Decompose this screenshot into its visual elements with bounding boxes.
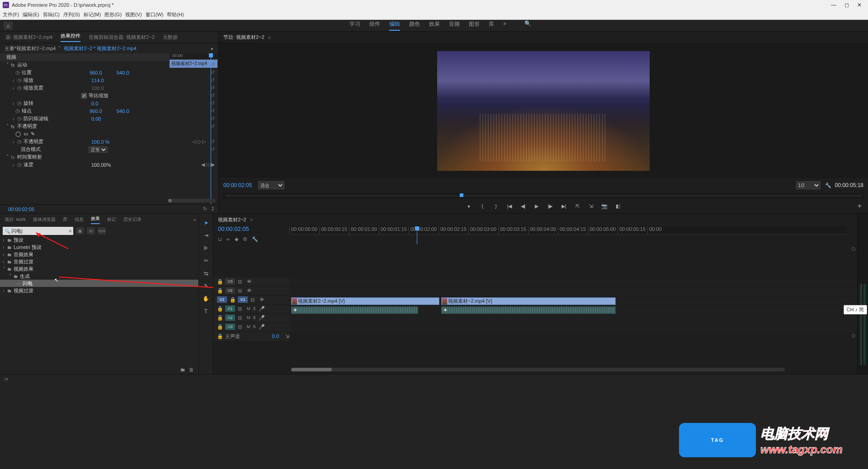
checkbox-uniform[interactable]: ✓ [81,93,87,98]
workspace-learn[interactable]: 学习 [349,20,360,31]
stopwatch-icon[interactable]: ◷ [17,139,23,145]
workspace-assembly[interactable]: 组件 [369,20,380,31]
tab-info[interactable]: 信息 [75,216,84,223]
menu-sequence[interactable]: 序列(S) [63,11,80,18]
fit-select[interactable]: 适合 [258,181,284,189]
filter-32bit-icon[interactable]: 32 [87,227,95,234]
workspace-library[interactable]: 库 [489,20,494,31]
track-a2[interactable]: A2 [225,314,235,321]
reset-icon[interactable]: ↺ [211,100,215,106]
lane-a1[interactable] [289,306,857,315]
timeline-timecode[interactable]: 00:00:02:05 [218,225,249,232]
res-select[interactable]: 1/2 [796,181,821,189]
panel-menu-icon[interactable]: ≡ [250,217,253,222]
tab-project[interactable]: 项目: work [5,216,26,223]
marker-settings-icon[interactable]: ◆ [235,236,238,242]
menu-view[interactable]: 视图(V) [125,11,142,18]
workspace-graphics[interactable]: 图形 [469,20,480,31]
stopwatch-icon[interactable]: ◷ [17,116,23,122]
tree-audio-fx[interactable]: 音频效果 [14,251,33,258]
new-bin-icon[interactable]: 🖿 [180,367,185,372]
track-v3[interactable]: V3 [225,278,235,285]
lift-button[interactable]: ⇱ [573,202,582,210]
sync-lock-icon[interactable]: ⊟ [238,288,244,294]
tab-audio-mixer[interactable]: 音频剪辑混合器: 视频素材2~2 [89,34,155,41]
program-timecode[interactable]: 00:00:02:05 [223,182,252,188]
tool-ripple[interactable]: ⫸ [202,244,211,253]
lock-icon[interactable]: 🔒 [217,315,222,321]
lane-a3[interactable] [289,324,857,333]
value-pos-y[interactable]: 540.0 [117,70,129,75]
tool-track-select[interactable]: ⇥ [202,231,211,240]
snap-icon[interactable]: ⊔ [218,236,222,242]
lock-icon[interactable]: 🔒 [217,324,222,330]
source-timecode[interactable]: 00:00:02:05 [4,205,39,214]
play-button[interactable]: ▶ [532,202,541,210]
go-in-button[interactable]: |◀ [505,202,514,210]
maximize-button[interactable]: ◻ [844,2,849,8]
tree-lightning[interactable]: 闪电 [23,280,33,287]
effect-scrollbar[interactable] [168,199,216,202]
stopwatch-icon[interactable]: ◷ [17,162,23,168]
wrench-icon[interactable]: 🔧 [252,236,258,242]
lock-icon[interactable]: 🔒 [217,333,222,339]
mask-rect-icon[interactable]: ▭ [24,131,28,137]
lock-icon[interactable]: 🔒 [217,306,222,312]
program-playhead[interactable] [460,193,463,197]
prop-time-remap[interactable]: 时间重映射 [17,154,85,160]
prop-motion[interactable]: 运动 [17,61,85,68]
loop-icon[interactable]: ↻ [203,206,207,212]
lock-icon[interactable]: 🔒 [217,279,222,285]
reset-icon[interactable]: ↺ [211,85,215,91]
search-icon[interactable]: 🔍 [524,20,531,31]
stopwatch-icon[interactable]: ◷ [17,100,23,106]
lock-icon[interactable]: 🔒 [217,288,222,294]
menu-help[interactable]: 帮助(H) [167,11,184,18]
add-marker-button[interactable]: ♦ [464,202,473,210]
tool-hand[interactable]: ✋ [202,294,211,303]
tool-razor[interactable]: ✂ [202,256,211,265]
program-scrub[interactable] [225,196,862,196]
track-a1[interactable]: A1 [225,305,235,312]
reset-icon[interactable]: ↺ [211,146,215,152]
filter-accel-icon[interactable]: ▦ [76,227,84,234]
sync-lock-icon[interactable]: ⊟ [238,279,244,285]
sync-lock-icon[interactable]: ⊟ [238,306,244,312]
tree-lumetri[interactable]: Lumetri 预设 [14,244,42,251]
eye-icon[interactable]: 👁 [247,288,253,293]
clear-search-icon[interactable]: ✕ [68,229,72,234]
tab-markers[interactable]: 标记 [107,216,116,223]
go-out-button[interactable]: ▶| [559,202,568,210]
step-back-button[interactable]: ◀| [519,202,528,210]
tree-generate[interactable]: 生成 [20,273,30,280]
track-a3[interactable]: A3 [225,324,235,330]
effect-clip-path[interactable]: 视频素材2~2 * 视频素材2~2.mp4 [64,45,136,52]
sync-lock-icon[interactable]: ⊟ [238,315,244,321]
tab-library[interactable]: 库 [63,216,67,223]
lane-v3[interactable] [289,279,857,288]
menu-clip[interactable]: 剪辑(C) [43,11,60,18]
stopwatch-icon[interactable]: ◷ [17,77,23,83]
reset-icon[interactable]: ↺ [211,108,215,114]
menu-edit[interactable]: 编辑(E) [23,11,39,18]
workspace-overflow[interactable]: » [503,20,506,31]
tab-history[interactable]: 历史记录 [123,216,142,223]
track-marker-o[interactable] [852,334,855,338]
workspace-color[interactable]: 颜色 [409,20,420,31]
value-flicker[interactable]: 0.00 [91,116,109,122]
source-patch-v1[interactable]: V1 [217,296,227,303]
expand-icon[interactable]: ⇲ [285,333,289,339]
tool-slip[interactable]: ⇆ [202,269,211,278]
reset-icon[interactable]: ↺ [211,93,215,98]
tree-presets[interactable]: 预设 [14,237,24,244]
track-marker-o[interactable] [852,247,855,251]
menu-file[interactable]: 文件(F) [3,11,19,18]
blend-select[interactable]: 正常 [89,146,108,153]
tab-effect-controls[interactable]: 效果控件 [61,33,80,42]
extract-button[interactable]: ⇲ [586,202,595,210]
zoom-scrollbar[interactable] [291,368,785,371]
delete-icon[interactable]: 🗑 [189,367,194,372]
workspace-audio[interactable]: 音频 [449,20,460,31]
tab-media-browser[interactable]: 媒体浏览器 [33,216,56,223]
workspace-editing[interactable]: 编辑 [389,20,400,31]
